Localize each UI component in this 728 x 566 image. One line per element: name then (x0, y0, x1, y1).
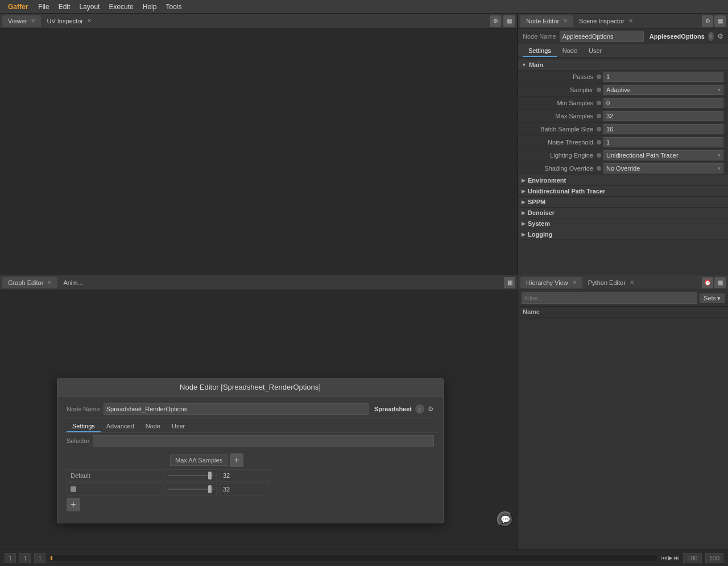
min-samples-input[interactable] (603, 98, 723, 108)
row-2-slider[interactable] (166, 483, 217, 495)
section-main-header[interactable]: ▼ Main (518, 60, 728, 71)
scene-inspector-tab-close[interactable]: ✕ (628, 18, 633, 24)
modal-tab-node[interactable]: Node (140, 421, 166, 432)
section-logging-header[interactable]: ▶ Logging (518, 229, 728, 240)
tab-node-editor[interactable]: Node Editor ✕ (520, 15, 573, 27)
viewer-layout-btn[interactable]: ▦ (503, 15, 515, 27)
timeline-start[interactable]: 1 (5, 553, 16, 563)
max-samples-dot[interactable] (597, 114, 601, 118)
python-editor-tab-close[interactable]: ✕ (630, 279, 634, 286)
min-samples-dot[interactable] (597, 101, 601, 105)
batch-sample-size-label: Batch Sample Size (523, 126, 597, 133)
viewer-canvas (0, 28, 517, 275)
bottom-row: Graph Editor ✕ Anim... ▦ (0, 275, 728, 549)
timeline-current[interactable]: 1 (19, 553, 31, 563)
noise-threshold-dot[interactable] (597, 140, 601, 144)
modal-node-name-input[interactable] (104, 403, 369, 415)
tab-user[interactable]: User (583, 46, 607, 57)
viewer-tab-close[interactable]: ✕ (31, 18, 35, 24)
section-sppm-header[interactable]: ▶ SPPM (518, 197, 728, 208)
tab-viewer[interactable]: Viewer ✕ (2, 15, 41, 27)
timeline-total[interactable]: 100 (705, 553, 723, 563)
node-editor-settings-icon[interactable]: ⚙ (702, 15, 713, 27)
uv-inspector-tab-label: UV Inspector (47, 18, 83, 24)
timeline-playback: ⏮ ▶ ⏭ (661, 555, 680, 561)
modal-add-row-btn[interactable]: + (67, 498, 80, 511)
menu-edit[interactable]: Edit (54, 2, 75, 12)
section-system-title: System (528, 220, 550, 227)
section-main-triangle: ▼ (522, 62, 527, 68)
hierarchy-filter-input[interactable] (522, 292, 697, 304)
modal-body: Node Name Spreadsheet i ⚙ Settings Advan… (57, 396, 443, 523)
shading-override-value: No Override (606, 165, 640, 172)
menu-help[interactable]: Help (138, 2, 162, 12)
modal-add-column-btn[interactable]: + (230, 453, 243, 467)
passes-input[interactable] (603, 72, 723, 82)
tab-python-editor[interactable]: Python Editor ✕ (582, 277, 640, 288)
uv-inspector-tab-close[interactable]: ✕ (87, 18, 92, 24)
viewer-tab-icons: ⚙ ▦ (490, 15, 515, 27)
row-2-color-swatch[interactable] (71, 486, 76, 492)
hierarchy-view-tab-close[interactable]: ✕ (572, 279, 577, 286)
sampler-value: Adaptive (606, 86, 631, 93)
timeline-prev-btn[interactable]: ⏮ (661, 555, 667, 561)
sampler-dropdown[interactable]: Adaptive ▾ (603, 85, 723, 95)
timeline-play-btn[interactable]: ▶ (668, 555, 673, 561)
modal-tab-user[interactable]: User (166, 421, 191, 432)
shading-override-dropdown[interactable]: No Override ▾ (603, 163, 723, 173)
noise-threshold-input[interactable] (603, 137, 723, 147)
menu-file[interactable]: File (34, 2, 53, 12)
row-default-value: 32 (219, 469, 270, 482)
batch-sample-size-input[interactable] (603, 124, 723, 134)
lighting-engine-dropdown[interactable]: Unidirectional Path Tracer ▾ (603, 150, 723, 160)
tab-uv-inspector[interactable]: UV Inspector ✕ (41, 15, 97, 27)
menu-layout[interactable]: Layout (75, 2, 104, 12)
node-info-icon[interactable]: i (708, 32, 714, 41)
node-name-input[interactable] (560, 31, 644, 42)
section-environment-header[interactable]: ▶ Environment (518, 175, 728, 186)
section-system-header[interactable]: ▶ System (518, 218, 728, 229)
node-settings-tabs: Settings Node User (518, 44, 728, 57)
modal-node-gear-icon[interactable]: ⚙ (428, 405, 434, 413)
modal-selector-input[interactable] (93, 435, 434, 447)
sets-arrow: ▾ (717, 295, 721, 302)
shading-override-dot[interactable] (597, 166, 601, 171)
section-sppm-title: SPPM (528, 199, 545, 205)
hierarchy-sets-btn[interactable]: Sets ▾ (700, 294, 725, 303)
row-default-slider[interactable] (166, 469, 217, 482)
lighting-engine-dot[interactable] (597, 153, 601, 158)
tab-settings[interactable]: Settings (523, 46, 557, 57)
menu-tools[interactable]: Tools (161, 2, 186, 12)
modal-tab-advanced[interactable]: Advanced (101, 421, 140, 432)
modal-node-info-icon[interactable]: i (415, 404, 424, 414)
section-unidirectional-header[interactable]: ▶ Unidirectional Path Tracer (518, 186, 728, 197)
node-editor-tab-close[interactable]: ✕ (563, 18, 568, 24)
modal-tab-settings[interactable]: Settings (67, 421, 101, 432)
max-samples-input[interactable] (603, 111, 723, 121)
app-brand[interactable]: Gaffer (2, 2, 34, 12)
viewer-settings-btn[interactable]: ⚙ (490, 15, 501, 27)
hierarchy-clock-btn[interactable]: ⏰ (702, 277, 713, 288)
timeline-next-btn[interactable]: ⏭ (674, 555, 680, 561)
node-gear-icon[interactable]: ⚙ (717, 32, 723, 40)
tab-hierarchy-view[interactable]: Hierarchy View ✕ (520, 277, 582, 288)
hierarchy-layout-btn[interactable]: ▦ (714, 277, 726, 288)
passes-dot[interactable] (597, 75, 601, 79)
graph-panel: Graph Editor ✕ Anim... ▦ (0, 275, 518, 549)
hierarchy-filter-row: Sets ▾ (518, 290, 728, 307)
sampler-dot[interactable] (597, 88, 601, 92)
sets-label: Sets (704, 295, 716, 301)
section-denoiser-header[interactable]: ▶ Denoiser (518, 208, 728, 218)
scene-inspector-tab-label: Scene Inspector (579, 18, 624, 24)
timeline-end-marker[interactable]: 1 (34, 553, 46, 563)
node-editor-layout-icon[interactable]: ▦ (714, 15, 726, 27)
modal-table-area: Max AA Samples + Default (62, 449, 439, 518)
hierarchy-name-header: Name (518, 307, 728, 317)
timeline-scrubber[interactable] (49, 555, 658, 561)
viewer-tab-label: Viewer (8, 18, 27, 24)
batch-sample-size-dot[interactable] (597, 127, 601, 131)
menu-execute[interactable]: Execute (104, 2, 138, 12)
timeline-end[interactable]: 100 (683, 553, 701, 563)
tab-scene-inspector[interactable]: Scene Inspector ✕ (573, 15, 639, 27)
tab-node[interactable]: Node (557, 46, 583, 57)
